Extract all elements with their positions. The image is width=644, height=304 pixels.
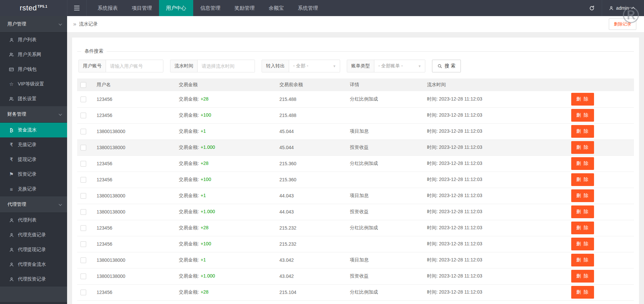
amount-value: +28 bbox=[201, 225, 209, 230]
balance-cell: 44.043 bbox=[276, 188, 346, 204]
amount-cell: 交易金额:+100 bbox=[175, 236, 276, 252]
amount-cell: 交易金额:+28 bbox=[175, 91, 276, 107]
sidebar-item[interactable]: ₹充值记录 bbox=[0, 137, 67, 152]
delete-records-button[interactable]: 删除记录 bbox=[609, 18, 636, 30]
actions-cell: 删 除 bbox=[568, 268, 634, 284]
sidebar-item[interactable]: ⚑投资记录 bbox=[0, 167, 67, 182]
chevron-down-icon bbox=[59, 202, 62, 206]
row-checkbox[interactable] bbox=[80, 97, 86, 102]
detail-cell bbox=[346, 172, 424, 188]
nav-item[interactable]: 信息管理 bbox=[193, 0, 227, 16]
row-checkbox[interactable] bbox=[80, 177, 86, 183]
delete-row-button[interactable]: 删 除 bbox=[571, 205, 594, 218]
amount-cell: 交易金额:+100 bbox=[175, 107, 276, 123]
nav-item[interactable]: 用户中心 bbox=[159, 0, 193, 16]
row-checkbox[interactable] bbox=[80, 241, 86, 247]
sidebar-section-header[interactable]: 用户管理 bbox=[0, 16, 67, 33]
sidebar-item[interactable]: 代理提现记录 bbox=[0, 242, 67, 257]
search-input[interactable] bbox=[106, 60, 163, 72]
row-checkbox[interactable] bbox=[80, 161, 86, 167]
sidebar-item-label: 团长设置 bbox=[18, 96, 37, 102]
sidebar-item[interactable]: ₹提现记录 bbox=[0, 152, 67, 167]
amount-cell: 交易金额:+28 bbox=[175, 156, 276, 172]
sidebar-item[interactable]: 用户钱包 bbox=[0, 62, 67, 77]
detail-cell: 分红比例加成 bbox=[346, 220, 424, 236]
username-cell: 123456 bbox=[93, 220, 175, 236]
delete-row-button[interactable]: 删 除 bbox=[571, 222, 594, 234]
detail-cell: 项目加息 bbox=[346, 252, 424, 268]
delete-row-button[interactable]: 删 除 bbox=[571, 286, 594, 299]
sidebar-item[interactable]: 代理资金流水 bbox=[0, 257, 67, 272]
sidebar-item[interactable]: 代理充值记录 bbox=[0, 228, 67, 242]
amount-prefix: 交易金额: bbox=[179, 257, 199, 262]
amount-value: +100 bbox=[201, 241, 211, 246]
row-checkbox[interactable] bbox=[80, 113, 86, 118]
select-value[interactable]: - 全部 - bbox=[289, 60, 333, 72]
content: 条件搜索 用户账号流水时间转入转出- 全部 -▼账单类型- 全部账单 -▼搜 索… bbox=[67, 33, 644, 304]
user-menu[interactable]: admin bbox=[602, 0, 644, 16]
users-icon bbox=[8, 52, 14, 57]
username-cell: 13800138000 bbox=[93, 139, 175, 156]
row-checkbox[interactable] bbox=[80, 209, 86, 215]
row-checkbox[interactable] bbox=[80, 145, 86, 150]
delete-row-button[interactable]: 删 除 bbox=[571, 93, 594, 106]
delete-row-button[interactable]: 删 除 bbox=[571, 173, 594, 186]
time-cell: 时间: 2023-12-28 11:12:03 bbox=[424, 284, 568, 300]
actions-cell: 删 除 bbox=[568, 236, 634, 252]
flow-table: 用户名交易金额交易前余额详情流水时间 123456交易金额:+28215.488… bbox=[77, 78, 634, 301]
nav-item[interactable]: 系统报表 bbox=[91, 0, 125, 16]
nav-item[interactable]: 项目管理 bbox=[125, 0, 159, 16]
delete-row-button[interactable]: 删 除 bbox=[571, 141, 594, 154]
delete-row-button[interactable]: 删 除 bbox=[571, 270, 594, 283]
delete-row-button[interactable]: 删 除 bbox=[571, 238, 594, 250]
delete-row-button[interactable]: 删 除 bbox=[571, 189, 594, 202]
sidebar-item[interactable]: 用户列表 bbox=[0, 33, 67, 47]
search-input[interactable] bbox=[198, 60, 255, 72]
topbar-right: admin bbox=[582, 0, 644, 16]
sidebar-item[interactable]: ☆VIP等级设置 bbox=[0, 77, 67, 92]
row-checkbox[interactable] bbox=[80, 273, 86, 279]
select-all-checkbox[interactable] bbox=[80, 82, 86, 88]
search-button[interactable]: 搜 索 bbox=[432, 60, 461, 72]
delete-row-button[interactable]: 删 除 bbox=[571, 125, 594, 138]
sidebar-section-header[interactable]: 代理管理 bbox=[0, 196, 67, 213]
delete-row-button[interactable]: 删 除 bbox=[571, 254, 594, 266]
sidebar-footer bbox=[0, 287, 67, 302]
row-checkbox[interactable] bbox=[80, 193, 86, 199]
amount-prefix: 交易金额: bbox=[179, 112, 199, 118]
logo-version: TP5.1 bbox=[38, 5, 47, 8]
amount-value: +28 bbox=[201, 161, 209, 166]
column-header: 交易前余额 bbox=[276, 78, 346, 91]
actions-cell: 删 除 bbox=[568, 91, 634, 107]
row-checkbox[interactable] bbox=[80, 290, 86, 295]
menu-toggle-icon[interactable] bbox=[67, 0, 87, 16]
nav-item[interactable]: 系统管理 bbox=[291, 0, 325, 16]
checkbox-cell bbox=[77, 123, 93, 139]
refresh-icon[interactable] bbox=[582, 0, 602, 16]
time-cell: 时间: 2023-12-28 11:12:03 bbox=[424, 220, 568, 236]
row-checkbox[interactable] bbox=[80, 129, 86, 134]
amount-cell: 交易金额:+28 bbox=[175, 220, 276, 236]
sidebar-item[interactable]: 代理投资记录 bbox=[0, 272, 67, 287]
sidebar-item[interactable]: ≡兑换记录 bbox=[0, 182, 67, 196]
app-logo: rstedTP5.1 bbox=[0, 4, 67, 12]
nav-item[interactable]: 余额宝 bbox=[262, 0, 291, 16]
sidebar-item[interactable]: ₿资金流水 bbox=[0, 123, 67, 137]
nav-item[interactable]: 奖励管理 bbox=[227, 0, 262, 16]
sidebar-item[interactable]: 用户关系网 bbox=[0, 47, 67, 62]
sidebar-item[interactable]: 团长设置 bbox=[0, 92, 67, 106]
sidebar-item[interactable]: 代理列表 bbox=[0, 213, 67, 228]
delete-row-button[interactable]: 删 除 bbox=[571, 157, 594, 170]
sidebar-section-header[interactable]: 财务管理 bbox=[0, 106, 67, 123]
username-cell: 13800138000 bbox=[93, 204, 175, 220]
amount-prefix: 交易金额: bbox=[179, 128, 199, 134]
username-cell: 13800138000 bbox=[93, 268, 175, 284]
select-value[interactable]: - 全部账单 - bbox=[374, 60, 418, 72]
column-header-actions bbox=[568, 78, 634, 91]
delete-row-button[interactable]: 删 除 bbox=[571, 109, 594, 122]
amount-prefix: 交易金额: bbox=[179, 241, 199, 246]
row-checkbox[interactable] bbox=[80, 257, 86, 263]
row-checkbox[interactable] bbox=[80, 225, 86, 231]
balance-cell: 215.232 bbox=[276, 236, 346, 252]
detail-cell: 项目加息 bbox=[346, 123, 424, 139]
